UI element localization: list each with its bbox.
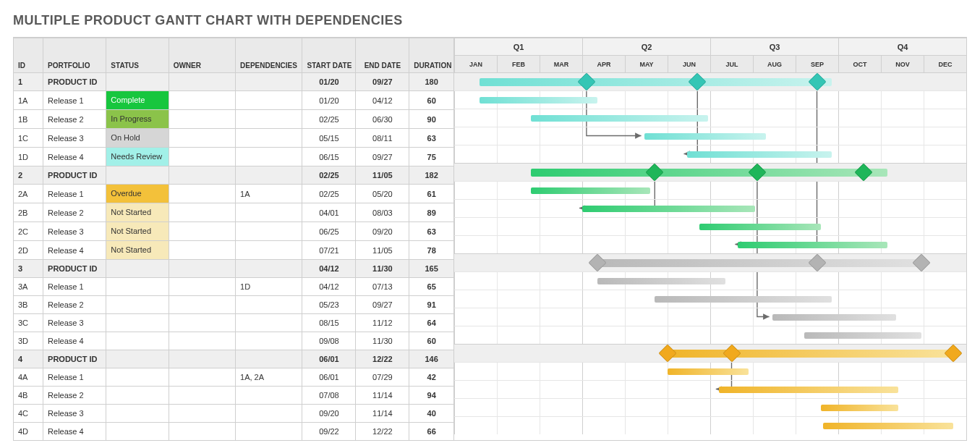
table-row[interactable]: 1ARelease 1Complete01/2004/1260 [14,91,454,110]
cell-dependencies [236,350,302,368]
gantt-bar[interactable] [821,405,898,411]
cell-start-date: 02/25 [302,185,356,203]
gantt-bar[interactable] [531,187,650,194]
cell-end-date: 07/13 [356,278,409,296]
milestone-diamond[interactable] [855,163,873,181]
cell-id: 2C [14,222,43,241]
table-row[interactable]: 2BRelease 2Not Started04/0108/0389 [14,203,454,222]
cell-duration: 40 [409,405,454,423]
cell-end-date: 09/27 [356,296,409,314]
month-header: APR [582,55,625,72]
cell-dependencies [236,222,302,241]
gantt-bar[interactable] [772,314,896,321]
cell-owner [169,222,235,241]
cell-id: 1C [14,129,43,148]
cell-status: In Progress [106,110,169,129]
gantt-bar[interactable] [480,97,597,104]
gantt-bar[interactable] [644,133,766,140]
table-row[interactable]: 2DRelease 4Not Started07/2111/0578 [14,241,454,260]
quarter-header: Q3 [710,38,838,55]
cell-portfolio: Release 2 [43,110,106,129]
table-row[interactable]: 4DRelease 409/2212/2266 [14,423,454,441]
milestone-diamond[interactable] [577,72,595,90]
cell-portfolio: Release 2 [43,296,106,314]
milestone-diamond[interactable] [658,344,676,362]
gantt-row [454,253,966,271]
table-row[interactable]: 3PRODUCT ID04/1211/30165 [14,260,454,278]
cell-owner [169,350,235,368]
cell-id: 4 [14,350,43,368]
milestone-diamond[interactable] [748,163,766,181]
milestone-diamond[interactable] [808,253,826,271]
gantt-bar[interactable] [582,206,755,212]
table-row[interactable]: 1DRelease 4Needs Review06/1509/2775 [14,148,454,166]
cell-end-date: 09/27 [356,73,409,91]
milestone-diamond[interactable] [723,344,741,362]
cell-portfolio: Release 2 [43,203,106,222]
cell-id: 3A [14,278,43,296]
cell-start-date: 04/12 [302,260,356,278]
gantt-bar[interactable] [738,242,887,248]
milestone-diamond[interactable] [689,72,707,90]
table-row[interactable]: 1BRelease 2In Progress02/2506/3090 [14,110,454,129]
gantt-bar[interactable] [531,169,887,177]
table-row[interactable]: 1CRelease 3On Hold05/1508/1163 [14,129,454,148]
cell-id: 2D [14,241,43,260]
gantt-chart: ID PORTFOLIO STATUS OWNER DEPENDENCIES S… [13,37,967,441]
gantt-bar[interactable] [655,296,832,303]
table-row[interactable]: 3ARelease 11D04/1207/1365 [14,278,454,296]
cell-start-date: 06/01 [302,368,356,387]
cell-dependencies [236,241,302,260]
gantt-bar[interactable] [668,350,953,358]
gantt-bar[interactable] [597,259,921,267]
table-row[interactable]: 2PRODUCT ID02/2511/05182 [14,166,454,185]
gantt-row [454,217,966,235]
milestone-diamond[interactable] [945,344,963,362]
col-header-portfolio: PORTFOLIO [43,38,106,73]
col-header-end-date: END DATE [356,38,409,73]
cell-owner [169,260,235,278]
table-row[interactable]: 2CRelease 3Not Started06/2509/2063 [14,222,454,241]
gantt-bar[interactable] [668,368,749,375]
cell-owner [169,129,235,148]
status-pill: Not Started [106,222,168,240]
cell-start-date: 06/25 [302,222,356,241]
gantt-bar[interactable] [597,278,725,284]
table-row[interactable]: 4ARelease 11A, 2A06/0107/2942 [14,368,454,387]
gantt-row [454,145,966,163]
cell-end-date: 11/30 [356,332,409,350]
gantt-bar[interactable] [823,423,953,429]
cell-id: 3 [14,260,43,278]
milestone-diamond[interactable] [646,163,664,181]
month-header: OCT [838,55,881,72]
cell-duration: 165 [409,260,454,278]
gantt-bar[interactable] [719,387,898,393]
table-row[interactable]: 2ARelease 1Overdue1A02/2505/2061 [14,185,454,203]
table-row[interactable]: 4PRODUCT ID06/0112/22146 [14,350,454,368]
gantt-bar[interactable] [687,151,832,158]
cell-dependencies [236,166,302,185]
gantt-bar[interactable] [531,115,708,122]
table-row[interactable]: 3BRelease 205/2309/2791 [14,296,454,314]
cell-portfolio: PRODUCT ID [43,166,106,185]
cell-duration: 146 [409,350,454,368]
cell-owner [169,166,235,185]
cell-dependencies [236,148,302,166]
gantt-bar[interactable] [804,332,921,339]
milestone-diamond[interactable] [588,253,606,271]
gantt-bar[interactable] [699,224,821,230]
table-row[interactable]: 4CRelease 309/2011/1440 [14,405,454,423]
cell-start-date: 01/20 [302,73,356,91]
table-row[interactable]: 3CRelease 308/1511/1264 [14,314,454,332]
cell-dependencies: 1D [236,278,302,296]
milestone-diamond[interactable] [912,253,930,271]
cell-end-date: 06/30 [356,110,409,129]
table-row[interactable]: 4BRelease 207/0811/1494 [14,387,454,405]
gantt-bar[interactable] [480,78,832,86]
table-row[interactable]: 3DRelease 409/0811/3060 [14,332,454,350]
table-row[interactable]: 1PRODUCT ID01/2009/27180 [14,73,454,91]
gantt-row [454,109,966,127]
status-pill: On Hold [106,129,168,147]
cell-dependencies [236,332,302,350]
milestone-diamond[interactable] [808,72,826,90]
